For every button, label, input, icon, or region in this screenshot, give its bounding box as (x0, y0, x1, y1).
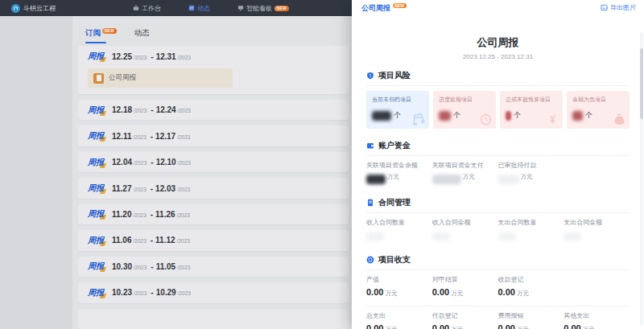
nav-label: 智能看板 (246, 4, 272, 13)
stat-unit: 万元 (463, 173, 475, 181)
weekly-tag: 周报 (88, 183, 104, 194)
risk-card-cost-overrun: 总成本超预算项目 个 (500, 91, 563, 129)
report-row[interactable]: 周报 11.27/2023-12.03/2023 (78, 178, 349, 198)
date-start-year: /2023 (134, 290, 147, 296)
report-row[interactable]: 周报 10.23/2023-10.29/2023 (78, 282, 349, 302)
shield-icon (366, 72, 374, 80)
tab-label: 动态 (134, 28, 150, 39)
section-header-contract: 合同管理 (366, 194, 630, 213)
date-start-year: /2023 (133, 187, 146, 192)
tab-subscribed[interactable]: 订阅 NEW (85, 28, 117, 43)
clock-icon (479, 113, 493, 126)
risk-card-schedule-delay: 进度延期项目 个 (433, 91, 496, 129)
stat-unit: 万元 (517, 326, 529, 329)
date-start-year: /2023 (134, 108, 147, 113)
stat-label: 收入合同金额 (432, 218, 498, 228)
risk-card-label: 当前未归档项目 (372, 96, 424, 104)
stat-label: 其他支出 (564, 311, 630, 321)
risk-card-unit: 个 (394, 110, 401, 121)
report-child-label: 公司周报 (109, 73, 136, 83)
stat-unit: 万元 (583, 326, 595, 329)
date-start: 12.18 (112, 105, 132, 114)
document-icon (366, 199, 374, 207)
date-start: 11.27 (112, 184, 131, 193)
masked-value (372, 111, 391, 121)
stat-other-expense: 其他支出 0.00万元 (564, 311, 630, 329)
date-end-year: /2023 (178, 290, 191, 296)
stat-value: 0.00 (564, 323, 580, 329)
date-separator: - (151, 262, 153, 271)
stat-value: 0.00 (366, 287, 383, 297)
nav-item-feed[interactable]: 动态 (188, 4, 210, 13)
report-child-company-weekly[interactable]: 公司周报 (88, 68, 233, 88)
stat-output-value: 产值 0.00万元 (366, 275, 432, 300)
stat-receipt-register: 收款登记 0.00万元 (498, 275, 564, 300)
cycle-icon (366, 256, 374, 264)
report-row[interactable]: 周报 12.04/2023-12.10/2023 (78, 152, 349, 172)
weekly-tag: 周报 (88, 105, 104, 116)
masked-value (432, 232, 450, 241)
stat-income-contract-count: 收入合同数量 (366, 218, 432, 243)
report-row[interactable]: 周报 11.06/2023-11.12/2023 (78, 230, 349, 250)
weekly-tag: 周报 (88, 261, 104, 272)
date-separator: - (151, 105, 153, 114)
tab-activity[interactable]: 动态 (134, 28, 150, 43)
stat-label: 付款登记 (432, 311, 498, 321)
feed-list-panel: 订阅 NEW 动态 周报 12.25/2023-12.31/2023 公司周报 (72, 16, 352, 329)
date-end-year: /2023 (177, 265, 190, 270)
tab-label: 订阅 (85, 28, 101, 39)
date-separator: - (151, 158, 153, 167)
app-title: 斗栱云工程 (23, 4, 56, 13)
wallet-icon (366, 142, 374, 150)
export-label: 导出图片 (610, 3, 636, 12)
report-row-partial[interactable] (78, 309, 349, 329)
risk-card-label: 进度延期项目 (439, 96, 491, 104)
date-end: 12.10 (156, 158, 176, 167)
report-row[interactable]: 周报 12.25/2023-12.31/2023 (78, 46, 349, 67)
stat-fund-payment: 关联项目资金支付 万元 (432, 161, 498, 186)
risk-card-unit: 个 (514, 110, 521, 121)
masked-value (506, 111, 511, 121)
report-card-expanded: 周报 12.25/2023-12.31/2023 公司周报 (78, 46, 349, 94)
weekly-tag: 周报 (88, 287, 104, 298)
report-row[interactable]: 周报 10.30/2023-11.05/2023 (78, 257, 349, 277)
stat-label: 已审批待付款 (498, 161, 564, 171)
date-range: 12.11/2023-12.17/2023 (112, 132, 192, 141)
company-weekly-report-panel: 公司周报 NEW 导出图片 公司周报 2023.12.25 - 2023.12.… (352, 0, 644, 329)
moneybag-icon (613, 113, 626, 126)
export-image-button[interactable]: 导出图片 (601, 3, 636, 12)
masked-value (498, 175, 519, 184)
nav-label: 工作台 (142, 4, 161, 13)
stat-expense-contract-amount: 支出合同金额 (564, 218, 630, 243)
date-range: 12.18/2023-12.24/2023 (112, 105, 192, 114)
masked-value (564, 232, 581, 241)
app-logo[interactable]: 斗栱云工程 (11, 4, 56, 13)
date-end-year: /2023 (177, 238, 190, 244)
section-title: 项目收支 (378, 254, 411, 265)
date-end: 12.17 (155, 132, 175, 141)
row-divider (366, 306, 630, 306)
date-end: 12.31 (156, 52, 176, 61)
stat-unit: 万元 (521, 173, 533, 181)
main-nav: 工作台 动态 智能看板 NEW (133, 4, 289, 13)
date-end-year: /2023 (178, 55, 191, 60)
panel-scrollbar-thumb[interactable] (640, 48, 643, 119)
briefcase-icon (133, 5, 139, 11)
stat-label: 关联项目资金支付 (432, 161, 498, 171)
nav-item-smartboard[interactable]: 智能看板 NEW (237, 4, 289, 13)
date-start: 12.25 (112, 52, 132, 61)
risk-card-label: 总成本超预算项目 (506, 96, 558, 104)
report-row[interactable]: 周报 12.11/2023-12.17/2023 (78, 125, 349, 146)
date-separator: - (151, 210, 153, 219)
report-row[interactable]: 周报 12.18/2023-12.24/2023 (78, 100, 349, 120)
date-range: 10.23/2023-10.29/2023 (112, 288, 192, 297)
panel-breadcrumb[interactable]: 公司周报 NEW (361, 3, 407, 14)
section-title: 合同管理 (378, 197, 411, 208)
nav-item-workbench[interactable]: 工作台 (133, 4, 161, 13)
date-end-year: /2023 (177, 212, 190, 218)
masked-value (366, 232, 384, 241)
report-row[interactable]: 周报 11.20/2023-11.26/2023 (78, 204, 349, 224)
stat-label: 收款登记 (498, 275, 564, 285)
risk-card-grid: 当前未归档项目 个 进度延期项目 个 总成本超预算项目 个 余额为负项目 个 (366, 91, 630, 129)
weekly-tag: 周报 (88, 157, 104, 168)
